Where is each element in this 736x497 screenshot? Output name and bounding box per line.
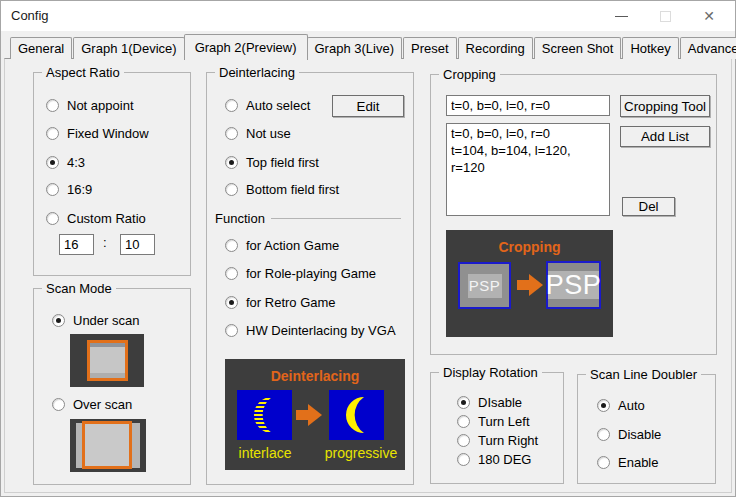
radio-doubler-auto[interactable]: Auto <box>597 397 645 413</box>
radio-for-role-playing-game[interactable]: for Role-playing Game <box>225 265 376 281</box>
radio-icon <box>597 456 610 469</box>
radio-icon <box>225 127 238 140</box>
list-item[interactable]: t=0, b=0, l=0, r=0 <box>451 125 605 142</box>
tab-advanced[interactable]: Advanced <box>680 37 736 59</box>
radio-icon <box>457 396 470 409</box>
config-dialog: Config ✕ General Graph 1(Device) Graph 2… <box>0 0 736 497</box>
radio-icon <box>52 398 65 411</box>
ratio-separator: : <box>103 235 107 250</box>
radio-hw-deinterlacing-by-vga[interactable]: HW Deinterlacing by VGA <box>225 322 396 338</box>
function-section-title: Function <box>215 211 265 226</box>
radio-180-deg[interactable]: 180 DEG <box>457 451 531 467</box>
radio-icon <box>225 267 238 280</box>
arrow-right-icon <box>517 274 543 296</box>
radio-icon <box>46 127 59 140</box>
close-icon: ✕ <box>703 9 715 23</box>
radio-label: Turn Right <box>478 433 538 448</box>
interlace-moon-box <box>237 390 292 440</box>
cropping-illustration-title: Cropping <box>446 239 613 255</box>
radio-label: Auto select <box>246 98 310 113</box>
radio-label: Over scan <box>73 397 132 412</box>
radio-4-3[interactable]: 4:3 <box>46 154 85 170</box>
add-list-button[interactable]: Add List <box>620 126 710 147</box>
radio-under-scan[interactable]: Under scan <box>52 312 139 328</box>
display-rotation-group-title: Display Rotation <box>439 365 542 380</box>
close-button[interactable]: ✕ <box>689 1 729 31</box>
display-rotation-group: Display Rotation DIsable Turn Left Turn … <box>430 372 564 484</box>
title-bar: Config ✕ <box>1 1 735 31</box>
scan-line-doubler-group: Scan Line Doubler Auto Disable Enable <box>577 374 716 484</box>
tab-general[interactable]: General <box>10 37 72 59</box>
progressive-label: progressive <box>319 445 403 461</box>
radio-auto-select[interactable]: Auto select <box>225 97 310 113</box>
deinterlacing-group: Deinterlacing Auto select Edit Not use T… <box>206 72 414 485</box>
tab-graph2-preview[interactable]: Graph 2(Preview) <box>184 34 308 60</box>
aspect-ratio-group: Aspect Ratio Not appoint Fixed Window 4:… <box>33 72 191 276</box>
tab-strip: General Graph 1(Device) Graph 2(Preview)… <box>10 33 735 59</box>
radio-for-retro-game[interactable]: for Retro Game <box>225 294 336 310</box>
radio-doubler-disable[interactable]: Disable <box>597 426 661 442</box>
maximize-button[interactable] <box>645 1 685 31</box>
del-button[interactable]: Del <box>622 197 675 216</box>
tab-recording[interactable]: Recording <box>458 37 533 59</box>
radio-top-field-first[interactable]: Top field first <box>225 154 319 170</box>
tab-graph1-device[interactable]: Graph 1(Device) <box>73 37 184 59</box>
radio-icon <box>46 156 59 169</box>
psp-before-box: PSP <box>458 262 511 309</box>
cropping-values-input[interactable] <box>446 95 610 116</box>
radio-label: Under scan <box>73 313 139 328</box>
tab-graph3-live[interactable]: Graph 3(Live) <box>307 37 402 59</box>
radio-icon <box>46 183 59 196</box>
tab-preset[interactable]: Preset <box>403 37 457 59</box>
radio-label: for Role-playing Game <box>246 266 376 281</box>
radio-over-scan[interactable]: Over scan <box>52 396 132 412</box>
radio-label: Enable <box>618 455 658 470</box>
radio-for-action-game[interactable]: for Action Game <box>225 237 339 253</box>
radio-icon <box>225 324 238 337</box>
window-title: Config <box>11 8 49 23</box>
cropping-group-title: Cropping <box>439 67 500 82</box>
radio-turn-left[interactable]: Turn Left <box>457 413 530 429</box>
edit-button[interactable]: Edit <box>332 95 404 117</box>
custom-ratio-width-input[interactable] <box>59 234 94 255</box>
tab-hotkey[interactable]: Hotkey <box>622 37 678 59</box>
minimize-button[interactable] <box>601 1 641 31</box>
cropping-tool-button[interactable]: Cropping Tool <box>620 95 710 117</box>
under-scan-image <box>70 334 144 387</box>
radio-label: HW Deinterlacing by VGA <box>246 323 396 338</box>
psp-after-box: PSP <box>546 261 601 309</box>
radio-label: DIsable <box>478 395 522 410</box>
radio-doubler-enable[interactable]: Enable <box>597 454 658 470</box>
radio-rotation-disable[interactable]: DIsable <box>457 394 522 410</box>
radio-label: 4:3 <box>67 155 85 170</box>
radio-label: Top field first <box>246 155 319 170</box>
cropping-listbox[interactable]: t=0, b=0, l=0, r=0 t=104, b=104, l=120, … <box>446 123 610 216</box>
radio-icon <box>46 212 59 225</box>
radio-icon <box>52 314 65 327</box>
radio-label: Custom Ratio <box>67 211 146 226</box>
radio-turn-right[interactable]: Turn Right <box>457 432 538 448</box>
cropping-group: Cropping Cropping Tool t=0, b=0, l=0, r=… <box>430 74 717 355</box>
over-scan-screen-icon <box>82 421 132 469</box>
radio-not-appoint[interactable]: Not appoint <box>46 97 134 113</box>
deinterlacing-group-title: Deinterlacing <box>215 65 299 80</box>
radio-icon <box>457 453 470 466</box>
radio-icon <box>46 99 59 112</box>
radio-label: Not use <box>246 126 291 141</box>
radio-bottom-field-first[interactable]: Bottom field first <box>225 181 339 197</box>
list-item[interactable]: t=104, b=104, l=120, r=120 <box>451 142 605 176</box>
deinterlacing-illustration-title: Deinterlacing <box>225 368 405 384</box>
radio-label: for Action Game <box>246 238 339 253</box>
radio-16-9[interactable]: 16:9 <box>46 181 92 197</box>
radio-label: for Retro Game <box>246 295 336 310</box>
function-section-header: Function <box>215 211 401 226</box>
custom-ratio-height-input[interactable] <box>120 234 155 255</box>
radio-icon <box>225 296 238 309</box>
tab-screen-shot[interactable]: Screen Shot <box>534 37 622 59</box>
radio-icon <box>225 99 238 112</box>
radio-fixed-window[interactable]: Fixed Window <box>46 125 149 141</box>
radio-custom-ratio[interactable]: Custom Ratio <box>46 210 146 226</box>
radio-not-use[interactable]: Not use <box>225 125 291 141</box>
radio-label: Not appoint <box>67 98 134 113</box>
radio-label: Disable <box>618 427 661 442</box>
